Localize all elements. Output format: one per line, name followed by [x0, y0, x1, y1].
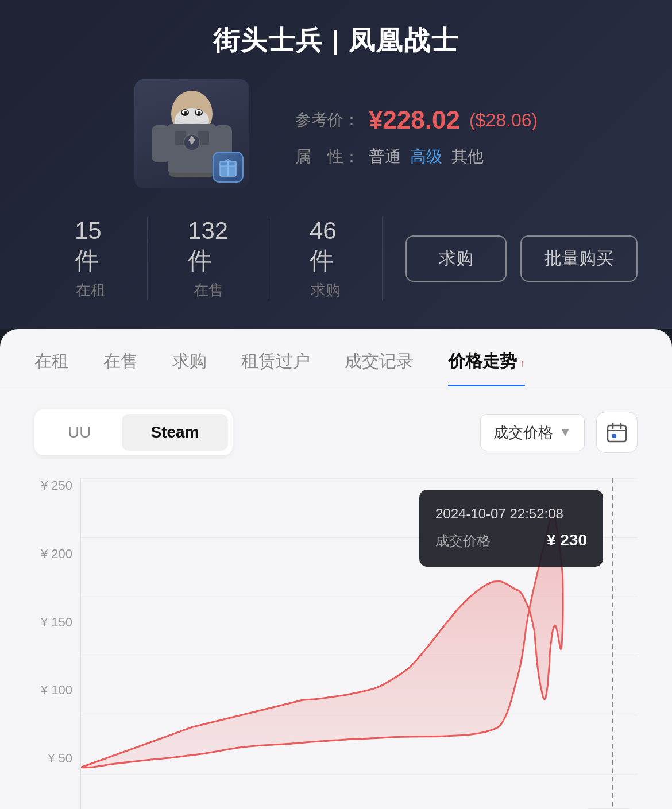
svg-rect-13 [152, 125, 170, 162]
chart-controls: 成交价格 ▼ [480, 412, 638, 453]
price-row: 参考价： ¥228.02 ($28.06) [295, 106, 538, 134]
seek-button[interactable]: 求购 [405, 235, 507, 282]
tab-seek[interactable]: 求购 [172, 350, 207, 386]
action-buttons: 求购 批量购买 [405, 235, 638, 282]
y-label-250: ¥ 250 [41, 478, 72, 493]
y-label-50: ¥ 50 [48, 751, 72, 766]
stat-seek-label: 求购 [311, 280, 341, 300]
svg-rect-18 [608, 425, 626, 442]
source-tabs-row: UU Steam 成交价格 ▼ [34, 409, 638, 455]
stat-sell: 132件 在售 [148, 217, 269, 300]
tooltip-price-row: 成交价格 ¥ 230 [435, 526, 587, 555]
stat-sell-number: 132件 [188, 217, 229, 277]
stat-rent-label: 在租 [76, 280, 106, 300]
chart-area: UU Steam 成交价格 ▼ [0, 386, 672, 809]
tab-rent[interactable]: 在租 [34, 350, 69, 386]
price-type-selector[interactable]: 成交价格 ▼ [480, 414, 585, 451]
chart-plot: 2024-10-07 22:52:08 成交价格 ¥ 230 [80, 478, 638, 809]
box-icon [218, 157, 238, 177]
stat-sell-label: 在售 [194, 280, 223, 300]
attrs-label: 属 性： [295, 146, 360, 168]
stat-seek-number: 46件 [310, 217, 342, 277]
attr-advanced: 高级 [410, 146, 442, 168]
price-usd: ($28.06) [469, 110, 538, 131]
chart-y-axis: ¥ 250 ¥ 200 ¥ 150 ¥ 100 ¥ 50 ¥ 26.3 [34, 478, 80, 809]
stat-seek: 46件 求购 [269, 217, 383, 300]
bulk-buy-button[interactable]: 批量购买 [520, 235, 638, 282]
attrs-row: 属 性： 普通 高级 其他 [295, 146, 538, 168]
stat-rent-number: 15件 [75, 217, 107, 277]
y-label-150: ¥ 150 [41, 615, 72, 630]
dropdown-arrow-icon: ▼ [559, 425, 571, 440]
price-type-label: 成交价格 [493, 423, 553, 443]
tabs-bar: 在租 在售 求购 租赁过户 成交记录 价格走势↑ [0, 329, 672, 386]
tab-records[interactable]: 成交记录 [345, 350, 414, 386]
box-icon-badge [213, 152, 244, 183]
price-label: 参考价： [295, 109, 360, 131]
stats-row: 15件 在租 132件 在售 46件 求购 求购 批量购买 [34, 217, 638, 300]
item-info-row: 参考价： ¥228.02 ($28.06) 属 性： 普通 高级 其他 [34, 79, 638, 194]
tooltip-date: 2024-10-07 22:52:08 [435, 501, 587, 526]
price-cny: ¥228.02 [369, 106, 460, 134]
tooltip-price-label: 成交价格 [435, 528, 491, 553]
content-section: 在租 在售 求购 租赁过户 成交记录 价格走势↑ UU Steam [0, 329, 672, 809]
calendar-button[interactable] [596, 412, 638, 453]
tab-sell[interactable]: 在售 [103, 350, 138, 386]
calendar-icon [606, 421, 628, 443]
item-avatar-area [134, 79, 261, 194]
stat-rent: 15件 在租 [34, 217, 148, 300]
tab-price-trend[interactable]: 价格走势↑ [448, 350, 525, 386]
attr-other: 其他 [451, 146, 484, 168]
tab-lease[interactable]: 租赁过户 [241, 350, 310, 386]
svg-rect-22 [612, 434, 616, 438]
chart-container: ¥ 250 ¥ 200 ¥ 150 ¥ 100 ¥ 50 ¥ 26.3 [34, 478, 638, 809]
svg-point-7 [184, 111, 187, 114]
y-label-100: ¥ 100 [41, 683, 72, 698]
price-attrs-area: 参考价： ¥228.02 ($28.06) 属 性： 普通 高级 其他 [295, 106, 538, 168]
source-tabs: UU Steam [34, 409, 233, 455]
y-label-200: ¥ 200 [41, 547, 72, 562]
source-tab-uu[interactable]: UU [39, 414, 119, 451]
svg-point-8 [198, 111, 200, 114]
header-section: 街头士兵 | 凤凰战士 [0, 0, 672, 329]
trend-arrow: ↑ [519, 357, 525, 369]
item-title: 街头士兵 | 凤凰战士 [34, 23, 638, 59]
avatar-bg [134, 79, 249, 188]
chart-tooltip: 2024-10-07 22:52:08 成交价格 ¥ 230 [419, 490, 603, 567]
tooltip-price-value: ¥ 230 [547, 526, 587, 555]
source-tab-steam[interactable]: Steam [122, 414, 227, 451]
attr-normal: 普通 [369, 146, 401, 168]
